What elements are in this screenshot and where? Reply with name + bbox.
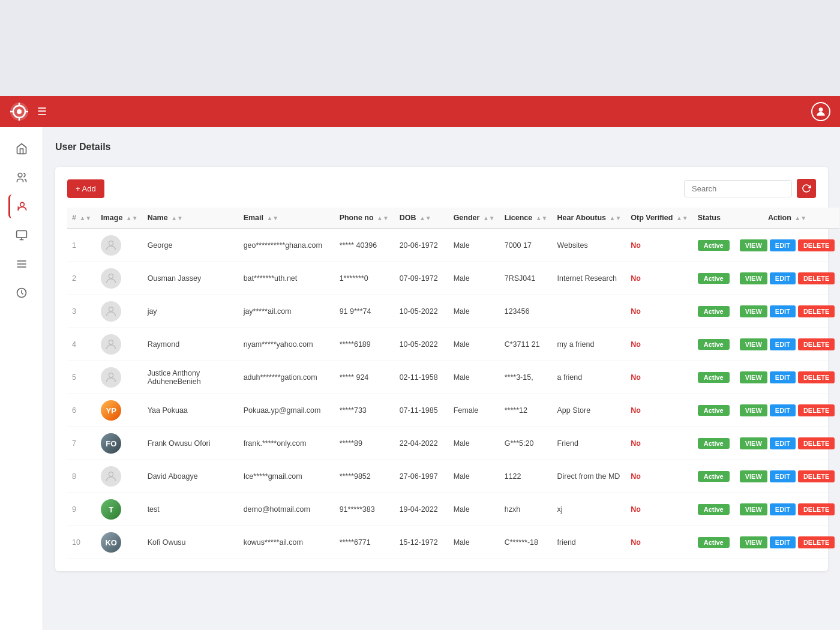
cell-dob: 22-04-2022	[395, 427, 449, 460]
cell-phone: *****733	[335, 394, 395, 427]
sidebar-item-menu[interactable]	[8, 252, 35, 276]
sidebar-item-users[interactable]	[8, 194, 35, 218]
cell-name: jay	[143, 295, 239, 328]
search-input[interactable]	[684, 180, 792, 197]
svg-point-21	[109, 340, 113, 344]
avatar	[101, 268, 121, 289]
cell-licence: G***5:20	[500, 427, 553, 460]
svg-point-7	[819, 107, 823, 112]
edit-button[interactable]: EDIT	[770, 239, 796, 251]
delete-button[interactable]: DELETE	[798, 536, 835, 548]
search-refresh-button[interactable]	[797, 179, 816, 198]
cell-name: Justice Anthony AduheneBenieh	[143, 361, 239, 394]
cell-action: VIEW EDIT DELETE	[735, 526, 840, 559]
col-header-licence: Licence ▲▼	[500, 208, 553, 229]
edit-button[interactable]: EDIT	[770, 503, 796, 515]
sidebar-item-home[interactable]	[8, 137, 35, 161]
cell-action: VIEW EDIT DELETE	[735, 427, 840, 460]
edit-button[interactable]: EDIT	[770, 437, 796, 449]
table-row: 8 David Aboagye Ice*****gmail.com *****9…	[67, 460, 839, 493]
cell-licence: *****12	[500, 394, 553, 427]
delete-button[interactable]: DELETE	[798, 239, 835, 251]
cell-gender: Male	[449, 361, 500, 394]
avatar: FO	[101, 433, 121, 454]
cell-hear: Direct from the MD	[553, 460, 626, 493]
action-buttons: VIEW EDIT DELETE	[740, 305, 835, 317]
cell-licence: 123456	[500, 295, 553, 328]
edit-button[interactable]: EDIT	[770, 404, 796, 416]
col-header-phone: Phone no ▲▼	[335, 208, 395, 229]
add-button[interactable]: + Add	[67, 179, 104, 198]
cell-action: VIEW EDIT DELETE	[735, 493, 840, 526]
cell-num: 3	[67, 295, 96, 328]
view-button[interactable]: VIEW	[740, 437, 767, 449]
cell-name: Raymond	[143, 328, 239, 361]
cell-dob: 27-06-1997	[395, 460, 449, 493]
cell-num: 1	[67, 229, 96, 262]
view-button[interactable]: VIEW	[740, 503, 767, 515]
navbar-left: ☰	[10, 102, 47, 121]
cell-dob: 19-04-2022	[395, 493, 449, 526]
view-button[interactable]: VIEW	[740, 239, 767, 251]
delete-button[interactable]: DELETE	[798, 305, 835, 317]
edit-button[interactable]: EDIT	[770, 272, 796, 284]
table-row: 5 Justice Anthony AduheneBenieh aduh****…	[67, 361, 839, 394]
cell-image	[96, 328, 142, 361]
view-button[interactable]: VIEW	[740, 536, 767, 548]
cell-email: frank.*****only.com	[239, 427, 335, 460]
action-buttons: VIEW EDIT DELETE	[740, 272, 835, 284]
cell-action: VIEW EDIT DELETE	[735, 229, 840, 262]
cell-hear: Friend	[553, 427, 626, 460]
cell-action: VIEW EDIT DELETE	[735, 460, 840, 493]
delete-button[interactable]: DELETE	[798, 272, 835, 284]
cell-otp: No	[626, 295, 692, 328]
edit-button[interactable]: EDIT	[770, 338, 796, 350]
view-button[interactable]: VIEW	[740, 272, 767, 284]
cell-status: Active	[693, 361, 735, 394]
sidebar-item-users-group[interactable]	[8, 166, 35, 190]
sidebar-item-monitor[interactable]	[8, 223, 35, 247]
action-buttons: VIEW EDIT DELETE	[740, 338, 835, 350]
edit-button[interactable]: EDIT	[770, 371, 796, 383]
svg-point-23	[109, 472, 113, 476]
table-row: 3 jay jay*****ail.com 91 9***74 10-05-20…	[67, 295, 839, 328]
delete-button[interactable]: DELETE	[798, 503, 835, 515]
view-button[interactable]: VIEW	[740, 371, 767, 383]
cell-num: 9	[67, 493, 96, 526]
edit-button[interactable]: EDIT	[770, 305, 796, 317]
user-avatar-icon[interactable]	[811, 102, 830, 121]
delete-button[interactable]: DELETE	[798, 338, 835, 350]
avatar	[101, 466, 121, 487]
delete-button[interactable]: DELETE	[798, 470, 835, 482]
view-button[interactable]: VIEW	[740, 338, 767, 350]
cell-phone: *****6189	[335, 328, 395, 361]
hamburger-menu[interactable]: ☰	[37, 105, 47, 118]
cell-email: Ice*****gmail.com	[239, 460, 335, 493]
edit-button[interactable]: EDIT	[770, 470, 796, 482]
cell-num: 2	[67, 262, 96, 295]
edit-button[interactable]: EDIT	[770, 536, 796, 548]
delete-button[interactable]: DELETE	[798, 371, 835, 383]
cell-phone: 91 9***74	[335, 295, 395, 328]
table-row: 7 FO Frank Owusu Ofori frank.*****only.c…	[67, 427, 839, 460]
sidebar-item-clock[interactable]	[8, 281, 35, 305]
cell-otp: No	[626, 229, 692, 262]
cell-name: Yaa Pokuaa	[143, 394, 239, 427]
col-header-name: Name ▲▼	[143, 208, 239, 229]
cell-otp: No	[626, 394, 692, 427]
cell-otp: No	[626, 361, 692, 394]
cell-phone: *****9852	[335, 460, 395, 493]
cell-email: kowus*****ail.com	[239, 526, 335, 559]
cell-hear: Internet Research	[553, 262, 626, 295]
delete-button[interactable]: DELETE	[798, 437, 835, 449]
cell-num: 4	[67, 328, 96, 361]
delete-button[interactable]: DELETE	[798, 404, 835, 416]
avatar	[101, 301, 121, 322]
view-button[interactable]: VIEW	[740, 305, 767, 317]
avatar: T	[101, 499, 121, 520]
cell-status: Active	[693, 493, 735, 526]
cell-email: jay*****ail.com	[239, 295, 335, 328]
view-button[interactable]: VIEW	[740, 470, 767, 482]
col-header-hear: Hear Aboutus ▲▼	[553, 208, 626, 229]
view-button[interactable]: VIEW	[740, 404, 767, 416]
